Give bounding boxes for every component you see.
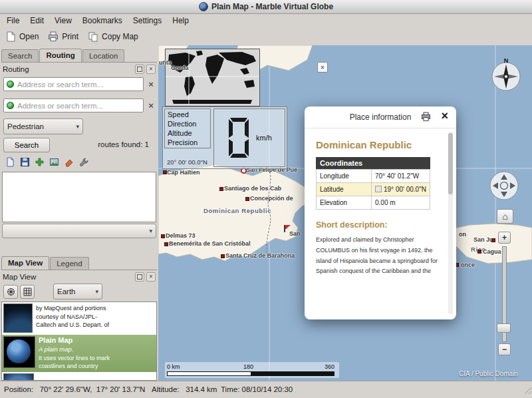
city-marker[interactable]	[477, 250, 481, 254]
gps-info-float[interactable]: Speed Direction Altitude Precision k	[162, 106, 287, 169]
latitude-label: Latitude	[317, 183, 372, 196]
close-panel-icon[interactable]: ×	[146, 272, 156, 282]
map-theme-item-plain-map[interactable]: Plain Map A plain map. It uses vector li…	[2, 335, 156, 372]
city-marker[interactable]	[491, 238, 495, 242]
city-marker[interactable]	[245, 197, 249, 201]
map-theme-item[interactable]: by MapQuest and portions courtesy of NAS…	[2, 302, 156, 335]
place-information-popup: Place information × Dominican Republic C…	[305, 106, 456, 319]
elevation-label: Elevation	[317, 196, 372, 210]
titlebar[interactable]: Plain Map - Marble Virtual Globe	[0, 0, 532, 14]
grid-view-button[interactable]	[20, 285, 35, 299]
route-alternative-select[interactable]: ▾	[2, 224, 156, 238]
tab-location[interactable]: Location	[82, 49, 124, 62]
route-instructions-list[interactable]	[2, 172, 156, 222]
search-row: Search routes found: 1	[3, 138, 156, 152]
print-label: Print	[62, 32, 78, 41]
place-label[interactable]: Santa Cruz de Barahona	[225, 252, 295, 259]
scale-bar: 0 km 180 360	[165, 362, 339, 378]
float-close-icon[interactable]: ×	[317, 62, 328, 73]
close-popup-icon[interactable]: ×	[441, 110, 448, 122]
search-button[interactable]: Search	[3, 138, 50, 152]
popup-scrollbar-thumb[interactable]	[448, 133, 453, 194]
place-label[interactable]: Cagua	[483, 248, 501, 255]
route-destination-flag-icon[interactable]	[284, 225, 285, 232]
clear-route-button[interactable]	[62, 156, 75, 168]
undock-panel-icon[interactable]	[135, 65, 144, 74]
compass-rose[interactable]: N	[489, 56, 523, 93]
floppy-disk-icon	[20, 157, 30, 167]
menu-edit[interactable]: Edit	[25, 15, 49, 27]
zoom-in-button[interactable]: +	[498, 232, 511, 244]
routing-profile-select[interactable]: Pedestrian ▾	[3, 118, 83, 134]
tab-map-view[interactable]: Map View	[1, 256, 49, 270]
city-marker[interactable]	[163, 170, 167, 174]
map-theme-description: by MapQuest and portions courtesy of NAS…	[36, 303, 109, 333]
tab-search[interactable]: Search	[1, 49, 39, 62]
place-label[interactable]: Santiago de los Cab	[224, 185, 281, 192]
route-dest-input[interactable]	[3, 99, 144, 112]
place-label[interactable]: Gorda	[171, 65, 189, 71]
resize-grip[interactable]	[523, 385, 531, 394]
popup-scrollbar[interactable]	[448, 132, 453, 314]
printer-icon	[421, 112, 431, 122]
map-theme-item[interactable]	[2, 372, 156, 381]
precision-label: Precision	[168, 138, 207, 147]
place-label[interactable]: Benemérita de San Cristóbal	[169, 240, 251, 247]
clear-dest-icon[interactable]: ×	[146, 100, 156, 110]
city-marker[interactable]	[161, 234, 165, 238]
close-panel-icon[interactable]: ×	[146, 65, 156, 74]
menu-help[interactable]: Help	[167, 15, 194, 27]
save-route-button[interactable]	[18, 156, 31, 168]
menu-settings[interactable]: Settings	[128, 15, 167, 27]
menu-file[interactable]: File	[1, 15, 25, 27]
zoom-out-button[interactable]: −	[498, 343, 511, 355]
city-marker[interactable]	[219, 187, 223, 191]
place-label[interactable]: San	[289, 230, 301, 237]
city-marker[interactable]	[164, 242, 168, 246]
open-route-button[interactable]	[3, 156, 17, 168]
place-label[interactable]: Cap Haïtien	[167, 169, 200, 176]
scale-end-label: 360	[325, 363, 334, 370]
city-marker[interactable]	[221, 254, 225, 258]
copy-map-button[interactable]: Copy Map	[88, 31, 138, 42]
zoom-slider-handle[interactable]	[497, 323, 511, 333]
undock-panel-icon[interactable]	[135, 272, 144, 282]
wrench-icon	[78, 157, 88, 167]
tab-legend[interactable]: Legend	[50, 257, 88, 270]
clear-start-icon[interactable]: ×	[146, 79, 156, 89]
route-start-input[interactable]	[3, 77, 144, 91]
place-label[interactable]: Delmas 73	[166, 232, 196, 239]
route-dest-marker-icon	[7, 102, 14, 109]
home-button[interactable]: ⌂	[497, 209, 513, 224]
menu-view[interactable]: View	[49, 15, 77, 27]
print-button[interactable]: Print	[48, 31, 78, 42]
print-place-button[interactable]	[421, 112, 431, 124]
place-label[interactable]: Concepción de	[250, 195, 293, 202]
sidebar: Search Routing Location Routing × × × Pe…	[0, 45, 159, 381]
tab-routing[interactable]: Routing	[39, 49, 81, 62]
place-label[interactable]: on	[459, 231, 466, 238]
menu-bookmarks[interactable]: Bookmarks	[77, 15, 128, 27]
map-view-controls: Earth ▾	[3, 284, 102, 299]
open-button[interactable]: Open	[5, 31, 39, 42]
place-name-heading: Dominican Republic	[316, 139, 456, 150]
routing-panel-title: Routing	[3, 65, 133, 73]
export-image-button[interactable]	[47, 156, 61, 168]
pan-control[interactable]	[489, 170, 519, 201]
route-start-marker-icon	[7, 81, 14, 88]
routing-panel-header: Routing ×	[3, 64, 156, 75]
place-label[interactable]: once	[461, 262, 475, 268]
place-label[interactable]: San Ju	[473, 236, 493, 243]
place-description-text: Explored and claimed by Christopher COLU…	[316, 235, 444, 277]
configure-route-button[interactable]	[76, 156, 90, 168]
place-label[interactable]: unta	[159, 59, 172, 66]
overview-map[interactable]	[165, 49, 260, 106]
gps-fix-icon[interactable]	[375, 186, 382, 192]
celestial-body-select[interactable]: Earth ▾	[53, 284, 102, 299]
main-content: Search Routing Location Routing × × × Pe…	[0, 45, 532, 381]
projection-button[interactable]	[3, 285, 18, 299]
add-via-point-button[interactable]	[33, 156, 46, 168]
latitude-value: 19° 00' 00.0"N	[372, 183, 430, 196]
routing-profile-value: Pedestrian	[7, 122, 44, 130]
main-toolbar: Open Print Copy Map	[0, 27, 532, 46]
